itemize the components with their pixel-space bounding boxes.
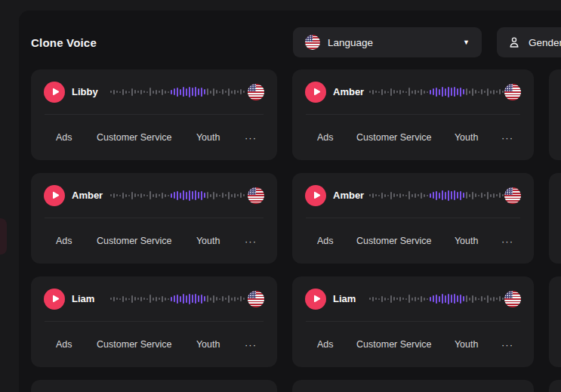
voice-card-header: Libby — [31, 69, 277, 114]
voice-card-header: Liam — [292, 276, 534, 321]
tag-label: Customer Service — [97, 236, 171, 246]
play-button[interactable] — [44, 185, 65, 206]
waveform — [368, 173, 504, 218]
language-dropdown[interactable]: Language ▼ — [293, 27, 482, 57]
tag-label: Customer Service — [356, 132, 431, 143]
tag-label: Youth — [196, 236, 220, 246]
voice-name: Amber — [333, 190, 368, 201]
left-edge-glow — [0, 218, 7, 255]
person-icon — [507, 35, 521, 49]
tag-label: Ads — [317, 339, 334, 350]
more-tags-button[interactable]: ··· — [501, 236, 513, 246]
tag-label: Youth — [455, 132, 479, 143]
waveform — [368, 69, 504, 114]
tag-label: Customer Service — [97, 339, 171, 350]
tag-label: Ads — [317, 132, 334, 143]
us-flag-icon — [504, 84, 521, 100]
voice-name: Amber — [72, 190, 106, 201]
voice-card-partial — [549, 276, 561, 367]
tag-row: AdsCustomer ServiceYouth··· — [31, 322, 277, 367]
voice-name: Amber — [333, 86, 368, 97]
tag-row: AdsCustomer ServiceYouth··· — [31, 115, 277, 160]
voice-card-header: Amber — [292, 69, 534, 114]
us-flag-icon — [248, 84, 264, 100]
more-tags-button[interactable]: ··· — [245, 236, 257, 246]
play-button[interactable] — [44, 289, 65, 310]
play-button[interactable] — [44, 82, 65, 103]
more-tags-button[interactable]: ··· — [245, 340, 257, 350]
tag-label: Ads — [317, 236, 334, 246]
gender-dropdown[interactable]: Gender — [497, 27, 561, 57]
play-icon — [51, 294, 60, 304]
more-tags-button[interactable]: ··· — [245, 133, 257, 143]
tag-label: Customer Service — [356, 339, 431, 350]
voice-card-header: Liam — [31, 276, 277, 321]
play-icon — [312, 87, 322, 97]
tag-label: Youth — [455, 339, 479, 350]
us-flag-icon — [248, 187, 264, 204]
voice-card-header: Amber — [292, 173, 534, 218]
gender-dropdown-label: Gender — [529, 37, 561, 48]
voice-card[interactable]: LibbyAdsCustomer ServiceYouth··· — [31, 69, 277, 160]
us-flag-icon — [504, 187, 521, 204]
tag-row: AdsCustomer ServiceYouth··· — [292, 218, 534, 264]
clone-voice-panel: Clone Voice Language ▼ Gender LibbyAdsCu… — [19, 11, 561, 392]
waveform — [106, 173, 248, 218]
voice-name: Liam — [72, 293, 106, 304]
tag-label: Ads — [56, 236, 72, 246]
waveform — [106, 276, 248, 321]
voice-card-partial — [292, 380, 534, 392]
voice-card[interactable]: AmberAdsCustomer ServiceYouth··· — [31, 173, 277, 264]
voice-card-partial — [549, 380, 561, 392]
voice-card-partial — [31, 380, 277, 392]
play-button[interactable] — [305, 82, 326, 103]
tag-label: Youth — [196, 132, 220, 143]
tag-row: AdsCustomer ServiceYouth··· — [292, 115, 534, 160]
more-tags-button[interactable]: ··· — [501, 133, 513, 143]
us-flag-icon — [504, 291, 521, 307]
voice-name: Libby — [72, 86, 106, 97]
tag-label: Customer Service — [356, 236, 431, 246]
page-title: Clone Voice — [31, 36, 97, 49]
voice-card[interactable]: LiamAdsCustomer ServiceYouth··· — [31, 276, 277, 367]
play-icon — [312, 294, 322, 304]
tag-row: AdsCustomer ServiceYouth··· — [31, 218, 277, 264]
voice-card[interactable]: LiamAdsCustomer ServiceYouth··· — [292, 276, 534, 367]
tag-label: Youth — [196, 339, 220, 350]
tag-label: Ads — [56, 132, 72, 143]
waveform — [106, 69, 248, 114]
voice-card-partial — [549, 173, 561, 264]
tag-label: Ads — [56, 339, 72, 350]
play-icon — [51, 87, 60, 97]
chevron-down-icon: ▼ — [463, 39, 470, 46]
tag-label: Youth — [455, 236, 479, 246]
voice-card[interactable]: AmberAdsCustomer ServiceYouth··· — [292, 173, 534, 264]
voice-card[interactable]: AmberAdsCustomer ServiceYouth··· — [292, 69, 534, 160]
voice-name: Liam — [333, 293, 368, 304]
language-dropdown-label: Language — [328, 37, 373, 48]
play-button[interactable] — [305, 289, 326, 310]
play-icon — [312, 190, 322, 200]
tag-label: Customer Service — [97, 132, 171, 143]
voice-card-header: Amber — [31, 173, 277, 218]
play-button[interactable] — [305, 185, 326, 206]
more-tags-button[interactable]: ··· — [501, 340, 513, 350]
play-icon — [51, 190, 60, 200]
us-flag-icon — [248, 291, 264, 307]
waveform — [368, 276, 504, 321]
tag-row: AdsCustomer ServiceYouth··· — [292, 322, 534, 367]
voice-card-partial — [549, 69, 561, 160]
us-flag-icon — [305, 35, 320, 50]
